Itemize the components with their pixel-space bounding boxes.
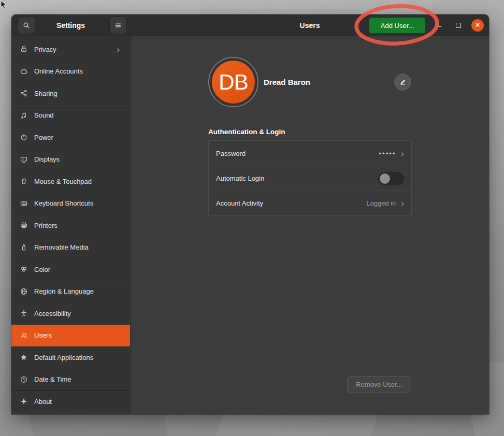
pencil-icon: [399, 78, 407, 86]
sidebar-item-region-language[interactable]: Region & Language: [11, 281, 130, 303]
sidebar-item-printers[interactable]: Printers: [11, 214, 130, 237]
color-circles-icon: [20, 265, 28, 273]
sidebar-item-label: Online Accounts: [34, 67, 123, 75]
chevron-right-icon: ›: [117, 45, 120, 54]
close-button[interactable]: ×: [471, 19, 484, 32]
share-icon: [20, 89, 28, 97]
sidebar-item-label: Accessibility: [34, 310, 123, 317]
sidebar-item-label: Default Applications: [34, 354, 123, 361]
sidebar-item-removable-media[interactable]: Removable Media: [11, 237, 130, 259]
sidebar-item-label: Privacy: [34, 46, 117, 53]
edit-name-button[interactable]: [394, 74, 411, 91]
accessibility-person-icon: [20, 309, 28, 317]
sidebar-item-label: Removable Media: [34, 243, 123, 251]
sidebar-item-users[interactable]: Users: [11, 325, 130, 347]
mouse-cursor: [1, 1, 9, 10]
settings-title: Settings: [56, 21, 85, 30]
keyboard-icon: [20, 199, 28, 208]
sidebar-item-label: About: [34, 398, 123, 405]
sidebar-item-privacy[interactable]: Privacy›: [11, 38, 130, 61]
row-label: Account Activity: [216, 199, 366, 207]
sidebar-item-label: Sound: [34, 111, 123, 119]
sidebar-item-label: Date & Time: [34, 375, 123, 383]
content-headerbar: Users Add User... – ×: [131, 14, 489, 36]
flash-drive-icon: [20, 243, 28, 252]
chevron-right-icon: ›: [401, 149, 404, 158]
avatar-initials: DB: [212, 61, 255, 104]
chevron-right-icon: ›: [401, 199, 404, 208]
sidebar-item-label: Mouse & Touchpad: [34, 178, 123, 185]
sidebar-item-date-time[interactable]: Date & Time: [11, 369, 130, 391]
mouse-icon: [20, 177, 28, 185]
headerbar: Settings Users Add User... – ×: [11, 14, 489, 36]
sidebar-item-label: Displays: [34, 155, 123, 163]
sidebar-item-label: Users: [34, 331, 123, 339]
sidebar-item-sharing[interactable]: Sharing: [11, 82, 130, 105]
sidebar-item-label: Keyboard Shortcuts: [34, 199, 123, 207]
lock-icon: [20, 45, 28, 53]
automatic-login-toggle[interactable]: [378, 172, 404, 185]
sidebar-item-default-applications[interactable]: Default Applications: [11, 346, 130, 369]
music-note-icon: [20, 111, 28, 120]
add-user-button[interactable]: Add User...: [369, 18, 425, 33]
sidebar-item-about[interactable]: About: [11, 390, 130, 413]
account-activity-value: Logged in: [366, 199, 396, 207]
sidebar-item-sound[interactable]: Sound: [11, 105, 130, 127]
remove-user-button[interactable]: Remove User...: [347, 376, 411, 393]
sidebar-item-online-accounts[interactable]: Online Accounts: [11, 61, 130, 83]
hamburger-menu-icon: [114, 21, 122, 30]
sidebar-item-power[interactable]: Power: [11, 126, 130, 149]
automatic-login-row[interactable]: Automatic Login: [209, 166, 411, 191]
auth-section-title: Authentication & Login: [208, 128, 285, 136]
power-icon: [20, 133, 28, 141]
sidebar-item-color[interactable]: Color: [11, 258, 130, 281]
sidebar-item-accessibility[interactable]: Accessibility: [11, 302, 130, 325]
row-label: Password: [216, 150, 379, 157]
search-icon: [22, 21, 31, 30]
page-title: Users: [300, 21, 320, 30]
users-icon: [20, 331, 28, 340]
sidebar-item-label: Sharing: [34, 90, 123, 97]
user-full-name: Dread Baron: [264, 78, 310, 86]
user-avatar[interactable]: DB: [208, 57, 258, 107]
settings-window: Settings Users Add User... – × Privacy›O…: [11, 14, 489, 414]
maximize-button[interactable]: [456, 23, 461, 28]
clock-icon: [20, 375, 28, 384]
sidebar-headerbar: Settings: [11, 14, 131, 36]
sidebar-item-label: Power: [34, 134, 123, 141]
auth-login-box: Password•••••›Automatic LoginAccount Act…: [208, 140, 412, 216]
minimize-button[interactable]: –: [434, 21, 444, 30]
sidebar-item-label: Printers: [34, 222, 123, 229]
printer-icon: [20, 221, 28, 229]
password-dots: •••••: [379, 150, 396, 157]
sidebar: Privacy›Online AccountsSharingSoundPower…: [11, 36, 131, 414]
account-activity-row[interactable]: Account ActivityLogged in›: [209, 191, 411, 215]
wallpaper-facet: [29, 414, 167, 436]
display-icon: [20, 155, 28, 164]
sidebar-item-keyboard-shortcuts[interactable]: Keyboard Shortcuts: [11, 193, 130, 215]
sidebar-item-mouse-touchpad[interactable]: Mouse & Touchpad: [11, 170, 130, 193]
search-button[interactable]: [18, 17, 35, 34]
star-icon: [20, 353, 28, 361]
users-panel: DB Dread Baron Authentication & Login Pa…: [131, 36, 489, 414]
cloud-icon: [20, 67, 28, 76]
globe-icon: [20, 287, 28, 296]
sidebar-item-displays[interactable]: Displays: [11, 149, 130, 171]
sidebar-item-label: Color: [34, 266, 123, 273]
sparkle-icon: [20, 397, 28, 405]
menu-button[interactable]: [109, 17, 127, 34]
sidebar-item-label: Region & Language: [34, 287, 123, 295]
password-row[interactable]: Password•••••›: [209, 141, 411, 166]
row-label: Automatic Login: [216, 175, 378, 182]
